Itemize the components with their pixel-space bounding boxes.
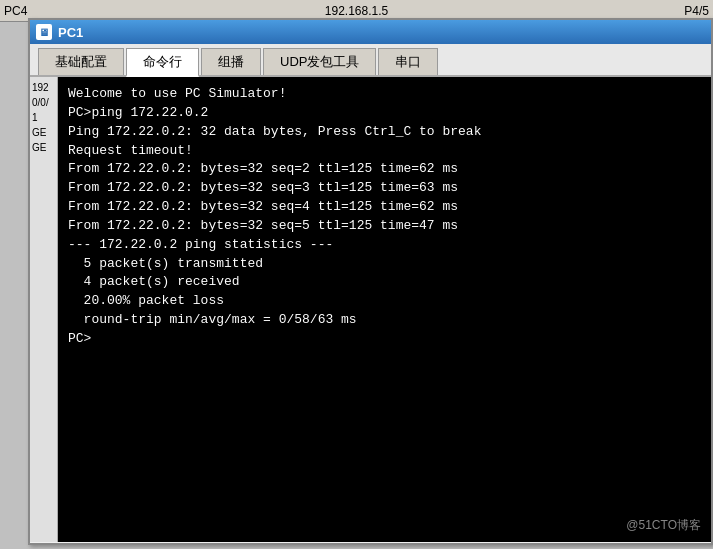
- tab-udp-tool[interactable]: UDP发包工具: [263, 48, 376, 75]
- content-area: 192 0/0/ 1 GE GE Welcome to use PC Simul…: [30, 77, 711, 542]
- terminal-line: --- 172.22.0.2 ping statistics ---: [68, 236, 701, 255]
- tabs-area: 基础配置 命令行 组播 UDP发包工具 串口: [30, 44, 711, 77]
- top-bar-left: PC4: [4, 4, 27, 18]
- terminal-line: 20.00% packet loss: [68, 292, 701, 311]
- terminal-line: round-trip min/avg/max = 0/58/63 ms: [68, 311, 701, 330]
- terminal-line: PC>: [68, 330, 701, 349]
- sidebar-item-4: GE: [32, 126, 55, 139]
- sidebar-item-3: 1: [32, 111, 55, 124]
- tab-multicast[interactable]: 组播: [201, 48, 261, 75]
- sidebar-item-5: GE: [32, 141, 55, 154]
- sidebar-item-2: 0/0/: [32, 96, 55, 109]
- watermark: @51CTO博客: [626, 517, 701, 534]
- terminal-line: 5 packet(s) transmitted: [68, 255, 701, 274]
- top-bar-center-label: 192.168.1.5: [325, 4, 388, 18]
- sidebar-item-1: 192: [32, 81, 55, 94]
- window-title: PC1: [58, 25, 83, 40]
- terminal-line: Welcome to use PC Simulator!: [68, 85, 701, 104]
- top-bar-left-label: PC4: [4, 4, 27, 18]
- tab-basic-config[interactable]: 基础配置: [38, 48, 124, 75]
- terminal-line: Ping 172.22.0.2: 32 data bytes, Press Ct…: [68, 123, 701, 142]
- tab-command-line[interactable]: 命令行: [126, 48, 199, 77]
- top-bar-right-label: P4/5: [684, 4, 709, 18]
- window-icon: 🖥: [36, 24, 52, 40]
- top-bar-center: 192.168.1.5: [325, 4, 388, 18]
- terminal-line: PC>ping 172.22.0.2: [68, 104, 701, 123]
- terminal[interactable]: Welcome to use PC Simulator!PC>ping 172.…: [58, 77, 711, 542]
- left-sidebar: 192 0/0/ 1 GE GE: [30, 77, 58, 542]
- terminal-line: From 172.22.0.2: bytes=32 seq=2 ttl=125 …: [68, 160, 701, 179]
- top-bar-right: P4/5: [684, 4, 709, 18]
- tab-serial[interactable]: 串口: [378, 48, 438, 75]
- main-window: 🖥 PC1 基础配置 命令行 组播 UDP发包工具 串口 192 0/0/ 1 …: [28, 18, 713, 545]
- terminal-line: From 172.22.0.2: bytes=32 seq=4 ttl=125 …: [68, 198, 701, 217]
- terminal-line: From 172.22.0.2: bytes=32 seq=5 ttl=125 …: [68, 217, 701, 236]
- terminal-line: From 172.22.0.2: bytes=32 seq=3 ttl=125 …: [68, 179, 701, 198]
- terminal-line: 4 packet(s) received: [68, 273, 701, 292]
- terminal-line: Request timeout!: [68, 142, 701, 161]
- title-bar: 🖥 PC1: [30, 20, 711, 44]
